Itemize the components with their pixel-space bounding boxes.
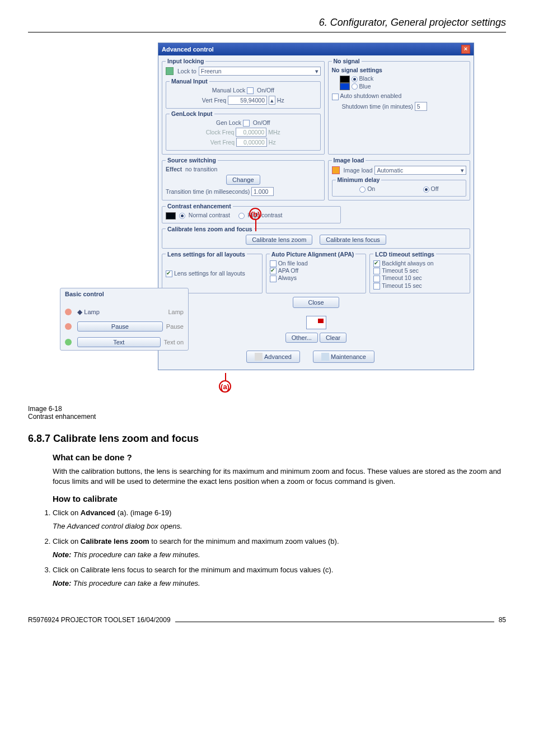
basic-title: Basic control xyxy=(60,288,188,300)
auto-shutdown-cb[interactable] xyxy=(332,94,339,100)
image-load-legend: Image load xyxy=(332,157,366,164)
lcd-legend: LCD timeout settings xyxy=(373,251,436,258)
refresh-icon xyxy=(332,166,340,174)
lcd-backlight-cb[interactable] xyxy=(373,260,380,267)
calibrate-focus-button[interactable]: Calibrate lens focus xyxy=(320,235,386,245)
callout-b: (b) xyxy=(249,208,261,220)
hz2-label: Hz xyxy=(269,139,276,146)
off-label: Off xyxy=(431,185,439,192)
calibrate-legend: Calibrate lens zoom and focus xyxy=(166,226,254,232)
contrast-legend: Contrast enhancement xyxy=(166,203,233,209)
pause-status-icon xyxy=(65,323,72,330)
lens-layouts-cb[interactable] xyxy=(166,270,172,277)
clock-freq-label: Clock Freq xyxy=(206,129,235,136)
footer-page: 85 xyxy=(499,616,506,624)
step-1: Click on Advanced (a). (image 6-19) The … xyxy=(53,508,506,531)
tab-advanced[interactable]: Advanced xyxy=(246,351,300,363)
no-signal-settings: No signal settings xyxy=(332,67,466,73)
arrow-b xyxy=(255,219,256,231)
lock-icon xyxy=(166,67,174,75)
wrench-icon xyxy=(321,353,329,361)
black-radio[interactable] xyxy=(352,76,358,82)
lock-to-label: Lock to xyxy=(177,68,196,74)
mindelay-off-radio[interactable] xyxy=(423,186,429,193)
apa-legend: Auto Picture Alignment (APA) xyxy=(270,251,356,258)
footer-left: R5976924 PROJECTOR TOOLSET 16/04/2009 xyxy=(28,616,171,624)
spinner-icon[interactable]: ▴ xyxy=(269,96,275,105)
lcd-t10-cb[interactable] xyxy=(373,276,380,282)
mindelay-on-radio[interactable] xyxy=(359,186,366,193)
lcd-t15-label: Timeout 15 sec xyxy=(382,282,421,289)
vert-freq2-label: Vert Freq xyxy=(210,139,235,146)
close-icon[interactable]: × xyxy=(461,45,470,54)
gen-lock-label: Gen Lock xyxy=(216,119,241,126)
arrow-a xyxy=(225,373,226,381)
text-status-icon xyxy=(65,339,72,346)
transition-time-label: Transition time (in milleseconds) xyxy=(166,188,250,195)
apa-onfile-cb[interactable] xyxy=(270,260,277,267)
lcd-t10-label: Timeout 10 sec xyxy=(382,274,421,281)
clock-freq-input[interactable]: 0,00000 xyxy=(236,128,266,137)
lens-layouts-label: Lens settings for all layouts xyxy=(174,270,245,277)
genlock-legend: GenLock Input xyxy=(170,110,214,117)
other-button[interactable]: Other... xyxy=(285,333,318,343)
apa-always-cb[interactable] xyxy=(270,276,277,282)
step-3: Click on Calibrate lens focus to search … xyxy=(53,565,506,588)
min-delay-legend: Minimum delay xyxy=(336,176,382,183)
change-button[interactable]: Change xyxy=(226,175,260,185)
manual-lock-label: Manual Lock xyxy=(212,87,246,94)
hz-label: Hz xyxy=(277,97,284,104)
image-load-label: Image load xyxy=(344,167,373,174)
what-heading: What can be done ? xyxy=(53,452,506,462)
normal-label: Normal contrast xyxy=(189,212,230,218)
close-button[interactable]: Close xyxy=(293,297,339,308)
lamp-hint: Lamp xyxy=(168,309,184,315)
blue-swatch xyxy=(340,83,350,90)
what-body: With the calibration buttons, the lens i… xyxy=(53,466,506,486)
how-heading: How to calibrate xyxy=(53,494,506,503)
lcd-t5-cb[interactable] xyxy=(373,268,380,274)
mhz-label: MHz xyxy=(268,129,280,136)
vert-freq2-input[interactable]: 0,00000 xyxy=(236,138,267,147)
lcd-t15-cb[interactable] xyxy=(373,283,380,290)
clear-button[interactable]: Clear xyxy=(320,333,346,343)
black-swatch xyxy=(340,76,350,83)
cog-icon xyxy=(255,353,263,361)
apa-off-cb[interactable] xyxy=(270,268,277,274)
image-load-select[interactable]: Automatic▾ xyxy=(374,166,466,175)
source-switch-legend: Source switching xyxy=(166,157,218,164)
genlock-cb[interactable] xyxy=(243,120,250,127)
shutdown-time-input[interactable]: 5 xyxy=(415,102,427,111)
page-header: 6. Configurator, General projector setti… xyxy=(28,17,506,32)
footer-rule xyxy=(175,618,494,622)
effect-label: Effect xyxy=(166,166,182,172)
genlock-onoff: On/Off xyxy=(253,119,270,126)
normal-radio[interactable] xyxy=(179,213,185,219)
lock-to-select[interactable]: Freerun ▾ xyxy=(199,67,321,76)
blue-radio[interactable] xyxy=(352,83,358,90)
black-label: Black xyxy=(359,75,374,82)
manual-lock-checkbox[interactable] xyxy=(247,87,254,94)
calibrate-zoom-button[interactable]: Calibrate lens zoom xyxy=(246,235,312,245)
transition-time-input[interactable]: 1.000 xyxy=(251,187,274,196)
on-label: On xyxy=(367,185,375,192)
no-signal-legend: No signal xyxy=(332,58,362,64)
apa-onfile-label: On file load xyxy=(278,260,308,267)
basic-control-panel: Basic control ◆ Lamp Lamp Pause Pause Te… xyxy=(60,288,189,351)
normal-swatch xyxy=(166,212,176,220)
high-radio[interactable] xyxy=(238,213,245,219)
advanced-control-window: Advanced control × Input locking Lock to xyxy=(158,43,474,370)
apa-off-label: APA Off xyxy=(278,267,298,274)
lamp-status-icon xyxy=(65,309,72,315)
text-hint: Text on xyxy=(164,339,184,346)
manual-onoff: On/Off xyxy=(257,87,274,94)
manual-input-legend: Manual Input xyxy=(170,78,209,85)
auto-shutdown-label: Auto shutdown enabled xyxy=(340,92,402,99)
text-button[interactable]: Text xyxy=(77,337,161,347)
input-locking-legend: Input locking xyxy=(166,58,205,64)
pause-button[interactable]: Pause xyxy=(77,321,163,332)
vert-freq-input[interactable]: 59,94000 xyxy=(228,96,267,105)
lcd-t5-label: Timeout 5 sec xyxy=(382,267,419,274)
callout-a: (a) xyxy=(219,380,231,393)
tab-maintenance[interactable]: Maintenance xyxy=(313,351,374,363)
